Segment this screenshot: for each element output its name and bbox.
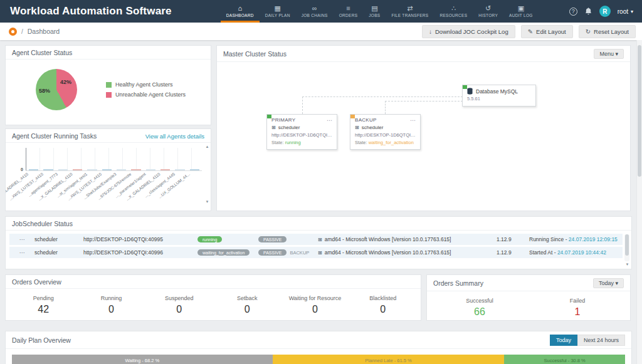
nav-item-label: ORDERS <box>339 13 358 18</box>
agent-running-tasks-panel: Agent Cluster Running Tasks View all Age… <box>5 128 211 211</box>
daily-plan-segment[interactable]: Successful - 30.8 % <box>504 355 625 364</box>
row-menu-icon[interactable]: ⋯ <box>9 249 34 256</box>
nav-item-jobs[interactable]: ▤JOBS <box>363 0 386 23</box>
user-menu[interactable]: root ▾ <box>618 8 633 15</box>
jobs-icon: ▤ <box>371 4 377 12</box>
orders-icon: ≡ <box>346 4 350 12</box>
bar-value-mark <box>87 169 97 170</box>
chevron-down-icon: ▾ <box>615 51 618 57</box>
legend-swatch <box>106 82 112 88</box>
download-icon: ↓ <box>429 28 432 35</box>
notifications-bell-icon[interactable] <box>584 7 592 16</box>
primary-master-node[interactable]: PRIMARY⋯⊞schedulerhttp://DESKTOP-1D6QTQI… <box>266 114 337 150</box>
daily-plan-button-next-24-hours[interactable]: Next 24 hours <box>577 335 625 346</box>
pie-slice-label: 42% <box>60 79 71 85</box>
stat-value[interactable]: 0 <box>145 304 213 315</box>
stat-value[interactable]: 0 <box>281 304 349 315</box>
legend-label: Healthy Agent Clusters <box>115 81 173 88</box>
scroll-down-icon[interactable]: ▼ <box>204 200 210 204</box>
bar-value-mark <box>29 169 38 170</box>
breadcrumb-current[interactable]: Dashboard <box>28 28 60 35</box>
scheduler-name: scheduler <box>34 249 83 256</box>
daily-plan-segment[interactable]: Planned Late - 61.5 % <box>273 355 505 364</box>
main-nav: ⌂DASHBOARD▦DAILY PLAN∞JOB CHAINS≡ORDERS▤… <box>221 0 539 23</box>
windows-icon: ⊞ <box>355 125 359 130</box>
node-header: PRIMARY⋯ <box>271 117 332 123</box>
nav-item-job-chains[interactable]: ∞JOB CHAINS <box>296 0 334 23</box>
stat-value[interactable]: 1 <box>529 306 626 318</box>
nav-item-label: DASHBOARD <box>226 13 254 18</box>
bar-value-mark <box>160 169 170 170</box>
orders-summary-panel: Orders Summary Today ▾ Successful66Faile… <box>426 274 631 321</box>
jobscheduler-status-panel: JobScheduler Status ⋯schedulerhttp://DES… <box>5 216 632 269</box>
view-all-agents-link[interactable]: View all Agents details <box>145 133 204 140</box>
reset-icon: ↻ <box>586 28 591 35</box>
order-stat-waiting-for-resource: Waiting for Resource0 <box>281 295 349 315</box>
cluster-note: BACKUP <box>290 250 309 256</box>
scroll-up-icon[interactable]: ▲ <box>204 145 210 148</box>
app-title: Workload Automation Software <box>0 0 182 23</box>
stat-value[interactable]: 66 <box>431 306 529 318</box>
user-avatar[interactable]: R <box>599 6 611 17</box>
jobscheduler-table: ⋯schedulerhttp://DESKTOP-1D6QTQI:40995ru… <box>6 231 631 263</box>
page-scrollbar[interactable] <box>636 40 642 364</box>
nav-item-label: JOB CHAINS <box>302 13 328 18</box>
scheduler-name: scheduler <box>34 236 83 242</box>
nav-item-file-transfers[interactable]: ⇄FILE TRANSFERS <box>386 0 434 23</box>
node-status-indicator <box>463 85 467 89</box>
time-filter-dropdown[interactable]: Today ▾ <box>593 278 624 288</box>
scroll-down-icon[interactable]: ▼ <box>624 263 630 266</box>
nav-item-label: FILE TRANSFERS <box>391 13 428 18</box>
nav-item-orders[interactable]: ≡ORDERS <box>334 0 364 23</box>
menu-dropdown-button[interactable]: Menu ▾ <box>594 49 624 59</box>
pie-chart[interactable]: 42% 58% <box>36 69 77 110</box>
node-state: State: waiting_for_activation <box>355 140 416 145</box>
table-scrollbar[interactable] <box>624 234 629 261</box>
stat-value[interactable]: 42 <box>9 304 77 315</box>
download-joc-cockpit-log-button[interactable]: ↓Download JOC Cockpit Log <box>422 25 515 38</box>
order-stat-pending: Pending42 <box>9 295 77 315</box>
node-menu-icon[interactable]: ⋯ <box>410 119 416 122</box>
panel-title: Orders Summary <box>433 279 483 287</box>
bar-value-mark <box>117 169 126 170</box>
nav-item-history[interactable]: ↺HISTORY <box>473 0 503 23</box>
order-stat-running: Running0 <box>77 295 145 315</box>
node-app-row: ⊞scheduler <box>271 125 332 130</box>
nav-item-audit-log[interactable]: ▣AUDIT LOG <box>503 0 539 23</box>
reset-layout-button[interactable]: ↻Reset Layout <box>579 25 636 38</box>
stat-value[interactable]: 0 <box>213 304 281 315</box>
connector-line <box>302 96 463 97</box>
node-menu-icon[interactable]: ⋯ <box>327 119 332 122</box>
jobscheduler-row: ⋯schedulerhttp://DESKTOP-1D6QTQI:40996wa… <box>9 247 623 258</box>
stat-value[interactable]: 0 <box>349 304 417 315</box>
edit-layout-button[interactable]: ✎Edit Layout <box>521 25 573 38</box>
cluster-type-cell: PASSIVEBACKUP <box>258 249 318 256</box>
legend-item: Unreachable Agent Clusters <box>106 91 186 98</box>
stat-value[interactable]: 0 <box>77 304 145 315</box>
scheduler-url: http://DESKTOP-1D6QTQI:40995 <box>83 236 197 242</box>
nav-item-daily-plan[interactable]: ▦DAILY PLAN <box>260 0 296 23</box>
orders-summary-stats: Successful66Failed1 <box>427 291 630 321</box>
help-icon[interactable]: ? <box>569 8 577 16</box>
connector-line <box>385 101 463 101</box>
bar-value-mark <box>43 169 53 170</box>
os-cell: ⊞amd64 - Microsoft Windows [Version 10.0… <box>318 236 497 242</box>
nav-item-dashboard[interactable]: ⌂DASHBOARD <box>221 0 260 23</box>
windows-icon: ⊞ <box>271 125 276 130</box>
since-cell: Started At - 24.07.2019 10:44:42 <box>529 249 623 256</box>
daily-plan-segment[interactable]: Waiting - 68.2 % <box>12 355 273 364</box>
pie-legend: Healthy Agent ClustersUnreachable Agent … <box>106 78 186 101</box>
os-cell: ⊞amd64 - Microsoft Windows [Version 10.0… <box>318 249 497 256</box>
nav-item-resources[interactable]: ∴RESOURCES <box>434 0 473 23</box>
row-menu-icon[interactable]: ⋯ <box>9 236 34 242</box>
state-cell: running <box>197 236 258 243</box>
node-app-name: scheduler <box>362 125 384 130</box>
chart-y-axis <box>26 148 26 170</box>
order-stat-blacklisted: Blacklisted0 <box>349 295 417 315</box>
stat-label: Pending <box>9 295 77 301</box>
node-name: BACKUP <box>355 117 377 123</box>
backup-master-node[interactable]: BACKUP⋯⊞schedulerhttp://DESKTOP-1D6QTQI:… <box>350 114 421 150</box>
joc-logo-icon[interactable] <box>9 28 17 36</box>
daily-plan-button-today[interactable]: Today <box>550 335 577 346</box>
database-node[interactable]: Database MySQL5.5.61 <box>462 85 536 107</box>
